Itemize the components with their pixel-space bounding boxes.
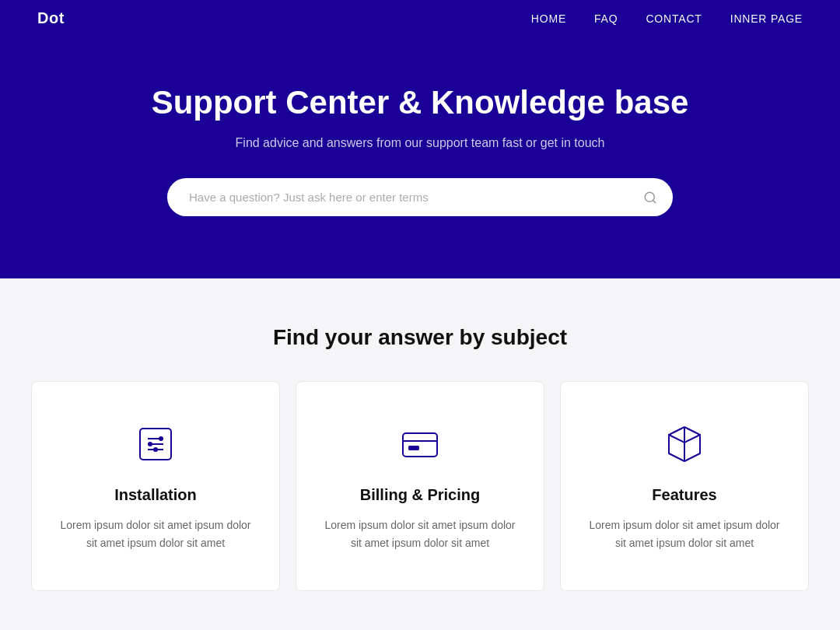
nav-item-home[interactable]: HOME	[531, 12, 566, 26]
installation-icon	[132, 421, 179, 467]
nav-item-faq[interactable]: FAQ	[594, 12, 618, 26]
card-installation[interactable]: Installation Lorem ipsum dolor sit amet …	[31, 381, 280, 591]
nav-link-home[interactable]: HOME	[531, 12, 566, 25]
search-button[interactable]	[643, 191, 657, 205]
search-container	[167, 178, 673, 216]
svg-rect-11	[408, 446, 419, 450]
card-features-description: Lorem ipsum dolor sit amet ipsum dolor s…	[584, 516, 785, 551]
svg-point-6	[148, 442, 152, 446]
nav-link-faq[interactable]: FAQ	[594, 12, 618, 25]
card-installation-description: Lorem ipsum dolor sit amet ipsum dolor s…	[55, 516, 256, 551]
features-icon	[661, 421, 708, 467]
main-content: Find your answer by subject Installation…	[0, 278, 840, 630]
svg-rect-9	[403, 433, 437, 457]
nav-link-contact[interactable]: CONTACT	[646, 12, 702, 25]
nav-links: HOME FAQ CONTACT INNER PAGE	[531, 12, 803, 26]
card-billing-title: Billing & Pricing	[360, 486, 480, 504]
nav-item-contact[interactable]: CONTACT	[646, 12, 702, 26]
svg-point-7	[159, 436, 163, 441]
card-installation-title: Installation	[114, 486, 197, 504]
section-title: Find your answer by subject	[31, 325, 809, 350]
navbar: Dot HOME FAQ CONTACT INNER PAGE	[0, 0, 840, 37]
card-billing-description: Lorem ipsum dolor sit amet ipsum dolor s…	[320, 516, 520, 551]
nav-item-inner-page[interactable]: INNER PAGE	[730, 12, 803, 26]
hero-section: Support Center & Knowledge base Find adv…	[0, 37, 840, 278]
card-features[interactable]: Features Lorem ipsum dolor sit amet ipsu…	[560, 381, 809, 591]
card-features-title: Features	[652, 486, 716, 504]
nav-logo: Dot	[37, 9, 65, 27]
hero-subtitle: Find advice and answers from our support…	[236, 136, 605, 150]
search-icon	[643, 191, 657, 205]
svg-line-1	[653, 200, 655, 202]
billing-icon	[397, 421, 443, 467]
nav-link-inner-page[interactable]: INNER PAGE	[730, 12, 803, 25]
search-input[interactable]	[167, 178, 673, 216]
cards-grid: Installation Lorem ipsum dolor sit amet …	[31, 381, 809, 591]
svg-point-8	[153, 447, 158, 452]
card-billing[interactable]: Billing & Pricing Lorem ipsum dolor sit …	[296, 381, 544, 591]
hero-title: Support Center & Knowledge base	[152, 83, 689, 122]
